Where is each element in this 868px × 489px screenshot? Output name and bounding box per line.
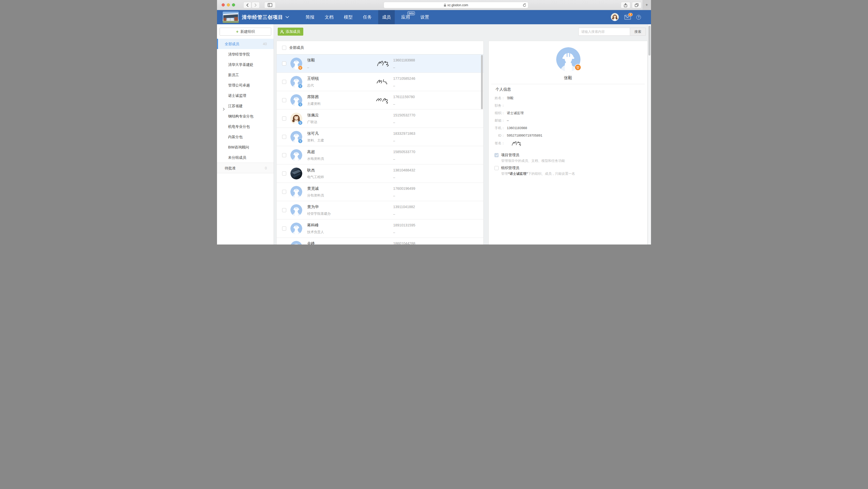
- member-row[interactable]: 黄克诚分包资料员17600196499–: [277, 183, 483, 201]
- search-button[interactable]: 搜索: [630, 28, 646, 36]
- signature-image: [507, 139, 525, 148]
- sidebar-item-5[interactable]: 管理公司卓越: [217, 80, 274, 90]
- sidebar-item-label: 钢结构专业分包: [228, 114, 253, 118]
- nav-tab-label: 简报: [306, 15, 314, 20]
- sidebar-item-9[interactable]: 机电专业分包: [217, 121, 274, 132]
- minimize-window-button[interactable]: [227, 3, 230, 6]
- org-list: 全部成员40清华经管学院清华大学基建处新员工管理公司卓越诺士诚监理江苏省建钢结构…: [217, 39, 274, 163]
- row-checkbox[interactable]: [282, 80, 286, 84]
- close-window-button[interactable]: [222, 3, 225, 6]
- sidebar-item-2[interactable]: 清华经管学院: [217, 49, 274, 59]
- new-tab-button[interactable]: +: [643, 0, 651, 10]
- row-checkbox[interactable]: [282, 226, 286, 231]
- member-row[interactable]: 管席陈茜土建资料17611159780–: [277, 91, 483, 109]
- member-row[interactable]: 黄为华经管学院基建办13911041882–: [277, 201, 483, 220]
- detail-field: 邮箱：–: [489, 117, 647, 124]
- member-name: 金峰: [307, 241, 315, 244]
- sidebar-item-pending[interactable]: 待批准 0: [217, 163, 274, 173]
- worker-avatar-icon: [290, 149, 302, 161]
- sidebar-item-8[interactable]: 钢结构专业分包: [217, 111, 274, 121]
- member-row[interactable]: 管王明锐总代17710585246–: [277, 73, 483, 91]
- nav-tab-label: 应用: [401, 15, 410, 20]
- nav-tab-6[interactable]: 应用beta: [397, 10, 414, 24]
- field-label: 手机：: [489, 126, 505, 130]
- member-phone: 18332971863: [393, 131, 415, 135]
- url-bar[interactable]: xz.glodon.com: [383, 2, 528, 8]
- member-subtitle: 分包资料员: [307, 193, 324, 198]
- select-all-checkbox[interactable]: [282, 46, 286, 50]
- member-row[interactable]: 管张可凡资料、土建18332971863–: [277, 128, 483, 146]
- sidebar-item-3[interactable]: 清华大学基建处: [217, 59, 274, 70]
- project-thumbnail[interactable]: [223, 11, 239, 23]
- nav-tab-5[interactable]: 成员: [378, 10, 395, 24]
- member-phone-sub: –: [393, 157, 395, 161]
- sidebar-item-label: 清华经管学院: [228, 52, 250, 56]
- add-member-button[interactable]: 添加成员: [278, 28, 303, 36]
- sidebar-item-1[interactable]: 全部成员40: [217, 39, 274, 49]
- member-phone: 13911041882: [393, 205, 415, 209]
- project-switcher[interactable]: 清华经管三创项目: [242, 10, 289, 24]
- reload-button[interactable]: [523, 3, 526, 8]
- member-row[interactable]: 管张毅–13601183988–: [277, 55, 483, 73]
- nav-tab-label: 成员: [382, 15, 391, 20]
- member-phone-sub: –: [393, 175, 395, 180]
- row-checkbox[interactable]: [282, 153, 286, 157]
- member-row[interactable]: 耿杰电气工程师13810488432–: [277, 164, 483, 183]
- sidebar-item-10[interactable]: 内装分包: [217, 132, 274, 142]
- role-checkbox[interactable]: [494, 153, 499, 157]
- nav-tab-2[interactable]: 文档: [321, 10, 337, 24]
- nav-tab-label: 模型: [344, 15, 352, 20]
- new-org-button[interactable]: + 新建组织: [220, 28, 271, 36]
- nav-tab-7[interactable]: 设置: [416, 10, 433, 24]
- forward-button[interactable]: [252, 2, 259, 8]
- member-row[interactable]: 管张佩云广联达15150532770–: [277, 109, 483, 128]
- member-subtitle: 经管学院基建办: [307, 211, 331, 216]
- worker-avatar-icon: [290, 186, 302, 198]
- window-scrollbar[interactable]: [648, 24, 651, 244]
- detail-field: ID：5952718990719705891: [489, 132, 647, 139]
- member-row[interactable]: 金峰18601044288: [277, 238, 483, 244]
- help-button[interactable]: ?: [636, 15, 641, 20]
- sidebar-item-label: 江苏省建: [228, 104, 243, 108]
- field-value: 13601183988: [507, 126, 527, 130]
- sidebar-toggle-button[interactable]: [264, 2, 276, 8]
- row-checkbox[interactable]: [282, 135, 286, 139]
- field-value: 诺士诚监理: [507, 111, 524, 116]
- share-button[interactable]: [621, 2, 630, 8]
- row-checkbox[interactable]: [282, 190, 286, 194]
- sidebar-item-12[interactable]: 未分组成员: [217, 152, 274, 163]
- row-checkbox[interactable]: [282, 117, 286, 121]
- row-checkbox[interactable]: [282, 61, 286, 66]
- sidebar-item-4[interactable]: 新员工: [217, 70, 274, 80]
- member-row[interactable]: 蒋科峰技术负责人18910131595–: [277, 220, 483, 238]
- member-avatar: [290, 168, 302, 180]
- row-checkbox[interactable]: [282, 98, 286, 102]
- admin-badge: 管: [298, 66, 303, 70]
- sidebar-item-11[interactable]: BIM咨询顾问: [217, 142, 274, 152]
- avatar-image: [611, 17, 619, 21]
- mail-badge: 4: [628, 13, 633, 16]
- nav-tab-4[interactable]: 任务: [359, 10, 376, 24]
- nav-tab-1[interactable]: 简报: [302, 10, 318, 24]
- list-scrollbar[interactable]: [481, 55, 483, 109]
- role-checkbox[interactable]: [494, 166, 499, 170]
- member-subtitle: 电气工程师: [307, 175, 324, 180]
- sidebar-item-7[interactable]: 江苏省建: [217, 101, 274, 111]
- divider: [491, 84, 645, 84]
- row-checkbox[interactable]: [282, 171, 286, 175]
- search-input[interactable]: [579, 28, 630, 36]
- sidebar-item-6[interactable]: 诺士诚监理: [217, 90, 274, 101]
- member-row[interactable]: 高超水电资料员15850533770–: [277, 146, 483, 164]
- back-button[interactable]: [243, 2, 251, 8]
- tab-overview-button[interactable]: [632, 2, 642, 8]
- sidebar-item-label: 未分组成员: [228, 156, 246, 160]
- admin-badge: 管: [298, 121, 303, 125]
- member-subtitle: 水电资料员: [307, 157, 324, 161]
- chevron-right-icon: [254, 3, 257, 7]
- scrollbar-thumb[interactable]: [648, 26, 650, 56]
- user-avatar[interactable]: [611, 13, 619, 21]
- row-checkbox[interactable]: [282, 208, 286, 212]
- maximize-window-button[interactable]: [232, 3, 235, 6]
- role-description: 管理“诺士诚监理”下的组织、成员，只能设置一名: [501, 171, 642, 176]
- nav-tab-3[interactable]: 模型: [340, 10, 356, 24]
